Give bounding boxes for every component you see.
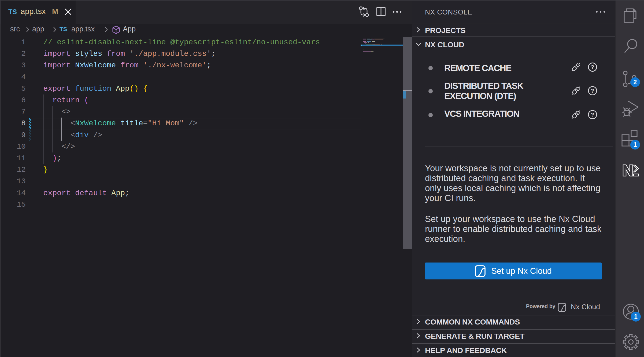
svg-text:?: ? <box>591 111 594 118</box>
svg-text:?: ? <box>591 64 594 70</box>
svg-text:?: ? <box>591 88 594 94</box>
